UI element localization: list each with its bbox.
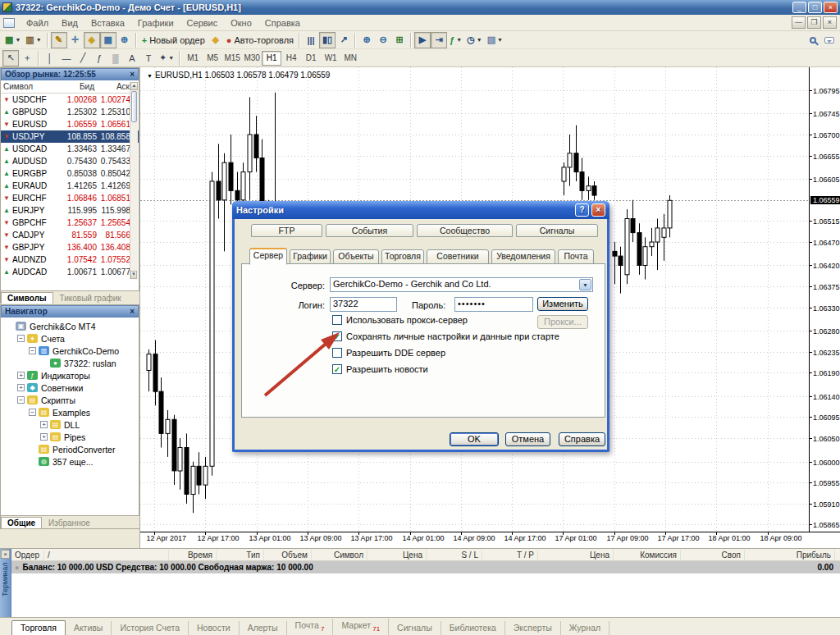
terminal-tab-0[interactable]: Торговля	[11, 620, 66, 635]
title-bar[interactable]: 37322: GerchikCo-Demo - Демо Счет - [EUR…	[0, 0, 840, 15]
fibonacci-tool[interactable]: ƒ	[91, 50, 107, 66]
terminal-column-9[interactable]: Цена	[538, 550, 614, 560]
checked-checkbox[interactable]: ✓	[332, 364, 342, 374]
settings-tab-торговля[interactable]: Торговля	[381, 249, 424, 264]
timeframe-button-H4[interactable]: H4	[281, 51, 301, 66]
scroll-down-icon[interactable]: ▼	[130, 271, 137, 279]
terminal-column-8[interactable]: T / P	[482, 550, 538, 560]
expand-icon[interactable]: +	[40, 421, 48, 428]
periods-button[interactable]: ◷▼	[464, 32, 485, 48]
settings-tab-графики[interactable]: Графики	[290, 249, 331, 264]
settings-dialog[interactable]: Настройки ? × FTPСобытияСообществоСигнал…	[232, 202, 609, 452]
navigator-close-icon[interactable]: ×	[130, 307, 135, 316]
market-watch-toggle[interactable]: ✎	[51, 32, 67, 48]
tree-item-dll[interactable]: +▤DLL	[1, 418, 139, 431]
ok-button[interactable]: OK	[450, 432, 499, 446]
mdi-minimize-button[interactable]: —	[792, 16, 806, 29]
market-watch-scrollbar[interactable]: ▲ ▼	[130, 82, 138, 279]
new-order-button[interactable]: +Новый ордер	[139, 32, 208, 48]
profiles-button[interactable]: ▥▼	[23, 32, 43, 48]
symbol-row-EURAUD[interactable]: ▲EURAUD1.412651.41269	[1, 180, 139, 192]
zoom-in-button[interactable]: ⊕	[358, 32, 375, 48]
market-watch-tab-0[interactable]: Символы	[1, 292, 53, 304]
strategy-tester-toggle[interactable]: ⊕	[116, 32, 133, 48]
terminal-column-1[interactable]: /	[44, 550, 169, 560]
settings-tab-ftp[interactable]: FTP	[251, 224, 322, 237]
proxy-button[interactable]: Прокси...	[537, 315, 588, 329]
maximize-button[interactable]: □	[808, 2, 822, 13]
terminal-tab-8[interactable]: Библиотека	[441, 621, 505, 635]
terminal-close-icon[interactable]: ×	[1, 550, 10, 559]
terminal-tab-7[interactable]: Сигналы	[389, 621, 441, 635]
menu-item-0[interactable]: Файл	[20, 16, 55, 30]
chart-candles-button[interactable]: ▮▯	[319, 32, 336, 48]
server-combobox[interactable]: GerchikCo-Demo - Gerchik and Co Ltd. ▼	[330, 277, 593, 292]
shapes-tool[interactable]: ✦▼	[157, 50, 176, 66]
market-watch-header[interactable]: Обзор рынка: 12:25:55 ×	[1, 68, 139, 80]
column-header-2[interactable]: Аск	[97, 82, 132, 91]
zoom-out-button[interactable]: ⊖	[375, 32, 391, 48]
expand-icon[interactable]: +	[17, 384, 25, 391]
symbol-row-GBPJPY[interactable]: ▼GBPJPY136.400136.408	[1, 241, 139, 254]
trendline-tool[interactable]: ╱	[75, 50, 91, 66]
new-chart-button[interactable]: ▦▼	[2, 32, 23, 48]
menu-item-5[interactable]: Окно	[224, 16, 258, 30]
symbol-row-GBPUSD[interactable]: ▲GBPUSD1.253021.25310	[1, 106, 139, 118]
terminal-tab-2[interactable]: История Счета	[112, 621, 189, 635]
chart-line-button[interactable]: ↗	[336, 32, 352, 48]
terminal-tab-9[interactable]: Эксперты	[505, 621, 561, 635]
mdi-close-button[interactable]: ×	[823, 16, 837, 29]
symbol-row-USDJPY[interactable]: ▼USDJPY108.855108.858	[1, 130, 139, 143]
symbol-row-EURJPY[interactable]: ▲EURJPY115.995115.998	[1, 204, 139, 217]
terminal-column-12[interactable]: Прибыль	[745, 550, 835, 560]
collapse-icon[interactable]: −	[29, 347, 36, 354]
terminal-tab-10[interactable]: Журнал	[561, 621, 609, 635]
settings-tab-советники[interactable]: Советники	[427, 249, 489, 264]
terminal-column-0[interactable]: Ордер	[11, 550, 44, 560]
symbol-row-GBPCHF[interactable]: ▼GBPCHF1.256371.25654	[1, 217, 139, 229]
tree-item-357-[interactable]: ◍357 еще...	[1, 455, 139, 468]
tree-item--[interactable]: −▤Скрипты	[1, 394, 139, 406]
expand-icon[interactable]: +	[40, 433, 48, 441]
tree-item--[interactable]: +◆Советники	[1, 381, 139, 394]
symbol-row-EURCHF[interactable]: ▼EURCHF1.068461.06851	[1, 192, 139, 204]
cursor-tool[interactable]: ↖	[2, 50, 19, 66]
terminal-toggle[interactable]: ▦	[100, 32, 116, 48]
indicators-button[interactable]: ƒ▼	[447, 32, 464, 48]
timeframe-button-M5[interactable]: M5	[203, 51, 222, 66]
login-input[interactable]: 37322	[330, 297, 397, 312]
terminal-column-4[interactable]: Объем	[264, 550, 312, 560]
timeframe-button-MN[interactable]: MN	[340, 51, 360, 66]
password-input[interactable]: •••••••	[454, 297, 533, 312]
dialog-close-icon[interactable]: ×	[591, 203, 605, 217]
terminal-tab-6[interactable]: Маркет 71	[333, 619, 389, 635]
cancel-button[interactable]: Отмена	[505, 432, 550, 446]
market-watch-tab-1[interactable]: Тиковый график	[53, 292, 128, 304]
tree-item--[interactable]: +ƒИндикаторы	[1, 369, 139, 381]
search-button[interactable]	[805, 32, 821, 48]
tree-item--[interactable]: −♦Счета	[1, 332, 139, 345]
terminal-column-7[interactable]: S / L	[427, 550, 482, 560]
terminal-column-2[interactable]: Время	[169, 550, 217, 560]
market-watch-close-icon[interactable]: ×	[130, 70, 135, 79]
mdi-restore-button[interactable]: ❐	[807, 16, 821, 29]
settings-tab-сервер[interactable]: Сервер	[249, 248, 287, 265]
unchecked-checkbox[interactable]	[332, 315, 342, 325]
terminal-column-10[interactable]: Комиссия	[614, 550, 681, 560]
timeframe-button-W1[interactable]: W1	[321, 51, 340, 66]
terminal-column-11[interactable]: Своп	[681, 550, 745, 560]
timeframe-button-H1[interactable]: H1	[262, 51, 281, 66]
symbol-row-AUDNZD[interactable]: ▼AUDNZD1.075421.07552	[1, 254, 139, 266]
terminal-column-6[interactable]: Цена	[368, 550, 427, 560]
tile-windows-button[interactable]: ⊞	[391, 32, 408, 48]
tree-item-gerchik-co-mt4[interactable]: ▣Gerchik&Co MT4	[1, 320, 139, 332]
navigator-tab-1[interactable]: Избранное	[42, 517, 97, 528]
timeframe-button-M15[interactable]: M15	[222, 51, 242, 66]
chart-shift-button[interactable]: ⇥	[431, 32, 447, 48]
symbol-row-AUDCAD[interactable]: ▲AUDCAD1.006711.00677	[1, 266, 139, 278]
settings-tab-сообщество[interactable]: Сообщество	[417, 224, 513, 237]
balance-row[interactable]: ● Баланс: 10 000.00 USD Средства: 10 000…	[11, 561, 840, 573]
metaeditor-button[interactable]: ◆	[208, 32, 224, 48]
settings-tab-объекты[interactable]: Объекты	[333, 249, 379, 264]
tree-item-periodconverter[interactable]: ▤PeriodConverter	[1, 443, 139, 455]
